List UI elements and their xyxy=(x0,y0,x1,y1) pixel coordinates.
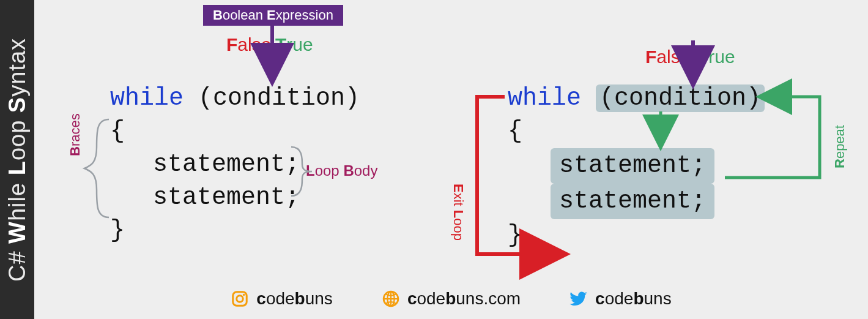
brace-close-left: } xyxy=(110,214,360,247)
exit-loop-annotation: Exit Loop xyxy=(450,184,466,241)
keyword-while-left: while xyxy=(110,84,184,112)
code-right: while (condition) { statement; statement… xyxy=(508,82,765,252)
sidebar: C# While Loop Syntax xyxy=(0,0,34,319)
loop-body-annotation: Loop Body xyxy=(306,162,377,179)
boolean-expression-box: Boolean Expression xyxy=(203,5,343,26)
statement2-right: statement; xyxy=(551,184,714,219)
true-label-right: True xyxy=(697,47,735,67)
brace-open-left: { xyxy=(110,115,360,148)
svg-rect-0 xyxy=(233,292,247,306)
statement1-right: statement; xyxy=(551,148,714,184)
brace-open-right: { xyxy=(508,115,765,148)
footer-web: codebuns.com xyxy=(382,289,521,309)
braces-bracket-icon xyxy=(84,119,109,217)
false-label-left: False xyxy=(226,34,271,55)
condition-left: (condition) xyxy=(198,84,360,112)
globe-icon xyxy=(382,290,400,308)
true-label-left: True xyxy=(275,34,313,55)
braces-annotation: Braces xyxy=(67,113,83,156)
sidebar-title: C# While Loop Syntax xyxy=(4,37,31,281)
footer: codebuns codebuns.com codebuns xyxy=(34,283,868,314)
false-label-right: False xyxy=(645,47,690,67)
instagram-icon xyxy=(231,290,249,308)
keyword-while-right: while xyxy=(508,84,581,112)
footer-instagram: codebuns xyxy=(231,289,333,309)
brace-close-right: } xyxy=(508,219,765,252)
twitter-icon xyxy=(569,290,588,308)
svg-point-1 xyxy=(237,296,243,302)
repeat-annotation: Repeat xyxy=(832,125,848,168)
statement2-left: statement; xyxy=(110,181,360,214)
svg-point-2 xyxy=(243,294,245,296)
condition-right: (condition) xyxy=(596,84,765,112)
footer-twitter: codebuns xyxy=(569,289,672,309)
